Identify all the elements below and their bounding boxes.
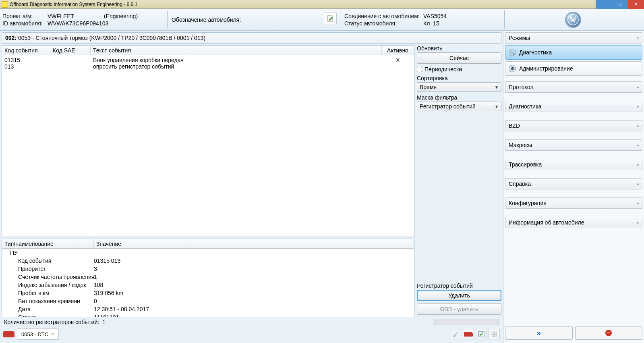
chevron-up-icon: « bbox=[636, 36, 639, 40]
section-header[interactable]: Информация об автомобиле» bbox=[505, 217, 642, 228]
detail-value: 01315 013 bbox=[94, 258, 414, 264]
connection-label: Соединение с автомобилем: bbox=[344, 13, 423, 19]
section-label: Протокол bbox=[509, 84, 533, 90]
status-value: Кл. 15 bbox=[423, 20, 439, 27]
gear-icon: ⚙ bbox=[509, 65, 516, 72]
section-label: Трассировка bbox=[509, 161, 542, 168]
chevron-down-icon: ▼ bbox=[495, 104, 499, 109]
detail-row[interactable]: Код события01315 013 bbox=[2, 257, 414, 265]
detail-row[interactable]: Статус11101101 bbox=[2, 313, 414, 317]
car-icon[interactable] bbox=[3, 331, 14, 337]
modes-section-header[interactable]: Режимы « bbox=[505, 32, 642, 44]
modes-label: Режимы bbox=[509, 35, 530, 41]
count-label: Количество регистраторов событий: bbox=[4, 319, 99, 325]
filter-label: Маска фильтра bbox=[417, 94, 501, 101]
detail-label: Пробег в км bbox=[2, 290, 94, 296]
filter-value: Регистратор событий bbox=[420, 103, 476, 110]
module-title: 0053 - Стояночный тормоз (KWP2000 / TP20… bbox=[18, 35, 205, 41]
tab-dtc[interactable]: 0053 - DTC ✕ bbox=[17, 328, 59, 340]
sort-select[interactable]: Время ▼ bbox=[417, 82, 501, 92]
section-label: Диагностика bbox=[509, 103, 541, 110]
detail-row[interactable]: Бит показания времени0 bbox=[2, 297, 414, 305]
grid-icon[interactable] bbox=[489, 329, 500, 339]
col-sae[interactable]: Код SAE bbox=[50, 46, 91, 55]
detail-value: 3 bbox=[94, 266, 414, 272]
detail-label: ПУ bbox=[2, 249, 94, 256]
project-value2: (Engineering) bbox=[104, 13, 138, 19]
close-button[interactable]: ✕ bbox=[628, 0, 644, 9]
count-value: 1 bbox=[102, 319, 106, 325]
status-label: Статус автомобиля: bbox=[344, 20, 423, 27]
detail-label: Дата bbox=[2, 306, 94, 312]
periodic-checkbox[interactable] bbox=[417, 67, 422, 72]
col-text[interactable]: Текст события bbox=[91, 46, 382, 55]
stop-button[interactable] bbox=[575, 326, 643, 340]
forward-button[interactable]: » bbox=[505, 326, 573, 340]
edit-designation-button[interactable] bbox=[324, 12, 337, 25]
chevron-down-icon: » bbox=[636, 104, 639, 109]
tool-icon bbox=[450, 329, 461, 339]
section-header[interactable]: Конфигурация» bbox=[505, 197, 642, 209]
pencil-icon bbox=[327, 15, 334, 22]
section-header[interactable]: BZD» bbox=[505, 120, 642, 131]
col-code[interactable]: Код события bbox=[2, 46, 50, 55]
section-label: Макросы bbox=[509, 142, 532, 148]
sort-value: Время bbox=[420, 84, 437, 90]
section-header[interactable]: Трассировка» bbox=[505, 159, 642, 170]
section-label: BZD bbox=[509, 123, 520, 129]
obd-delete-button: OBD - удалить bbox=[417, 304, 501, 315]
mode-diagnostics[interactable]: 🔍 Диагностика bbox=[505, 45, 642, 60]
detail-value: 12:30:51 - 08.04.2017 bbox=[94, 306, 414, 312]
mode-diag-label: Диагностика bbox=[519, 49, 552, 56]
cell-active: X bbox=[382, 57, 414, 63]
horizontal-scrollbar[interactable] bbox=[435, 319, 499, 325]
project-label: Проект а/м: bbox=[2, 13, 48, 19]
sidebar: Режимы « 🔍 Диагностика ⚙ Администрирован… bbox=[503, 31, 644, 343]
filter-select[interactable]: Регистратор событий ▼ bbox=[417, 102, 501, 111]
col-active[interactable]: Активно bbox=[382, 46, 414, 55]
car-red-icon[interactable] bbox=[463, 329, 474, 339]
chevron-down-icon: » bbox=[636, 124, 639, 128]
col-value[interactable]: Значение bbox=[94, 239, 414, 248]
detail-row[interactable]: Приоритет3 bbox=[2, 265, 414, 273]
detail-label: Приоритет bbox=[2, 266, 94, 272]
stethoscope-icon: 🔍 bbox=[509, 49, 516, 56]
section-header[interactable]: Протокол» bbox=[505, 81, 642, 93]
chevron-down-icon: » bbox=[636, 143, 639, 148]
col-type[interactable]: Тип/наименование bbox=[2, 239, 94, 248]
registrar-label: Регистратор событий bbox=[417, 283, 501, 289]
details-table: Тип/наименование Значение ПУКод события0… bbox=[2, 239, 414, 317]
minimize-button[interactable]: — bbox=[596, 0, 612, 9]
vehicle-id-value: WVWAK73C96P094103 bbox=[48, 20, 108, 27]
section-label: Конфигурация bbox=[509, 200, 547, 206]
section-header[interactable]: Макросы» bbox=[505, 139, 642, 151]
update-label: Обновить bbox=[417, 45, 501, 52]
delete-button[interactable]: Удалить bbox=[417, 290, 501, 301]
section-header[interactable]: Диагностика» bbox=[505, 101, 642, 112]
tab-close-icon[interactable]: ✕ bbox=[51, 332, 54, 337]
designation-label: Обозначение автомобиля: bbox=[172, 17, 241, 23]
maximize-button[interactable]: ▭ bbox=[612, 0, 628, 9]
now-button[interactable]: Сейчас bbox=[417, 52, 501, 64]
events-table: Код события Код SAE Текст события Активн… bbox=[2, 45, 414, 237]
detail-row[interactable]: Пробег в км319 056 km bbox=[2, 289, 414, 297]
detail-label: Бит показания времени bbox=[2, 298, 94, 304]
detail-row[interactable]: Дата12:30:51 - 08.04.2017 bbox=[2, 305, 414, 313]
detail-label: Счётчик частоты проявления bbox=[2, 274, 94, 280]
table-row[interactable]: 01315 013 Блок управления коробки переда… bbox=[2, 55, 414, 71]
section-header[interactable]: Справка» bbox=[505, 178, 642, 189]
cell-text: Блок управления коробки передач опросить… bbox=[91, 57, 382, 70]
controls-panel: Обновить Сейчас Периодически Сортировка … bbox=[417, 45, 501, 317]
app-icon bbox=[2, 1, 8, 8]
detail-row[interactable]: ПУ bbox=[2, 249, 414, 257]
mode-admin[interactable]: ⚙ Администрирование bbox=[505, 61, 642, 76]
module-address: 002: bbox=[5, 35, 17, 41]
footer-bar: 0053 - DTC ✕ bbox=[2, 327, 501, 341]
svg-rect-4 bbox=[607, 333, 610, 333]
detail-row[interactable]: Счётчик частоты проявления1 bbox=[2, 273, 414, 281]
check-list-icon[interactable] bbox=[476, 329, 487, 339]
connection-value: VAS5054 bbox=[423, 13, 447, 19]
chevron-down-icon: » bbox=[636, 220, 639, 225]
tab-label: 0053 - DTC bbox=[21, 331, 48, 337]
detail-row[interactable]: Индекс забывания / ездок108 bbox=[2, 281, 414, 289]
